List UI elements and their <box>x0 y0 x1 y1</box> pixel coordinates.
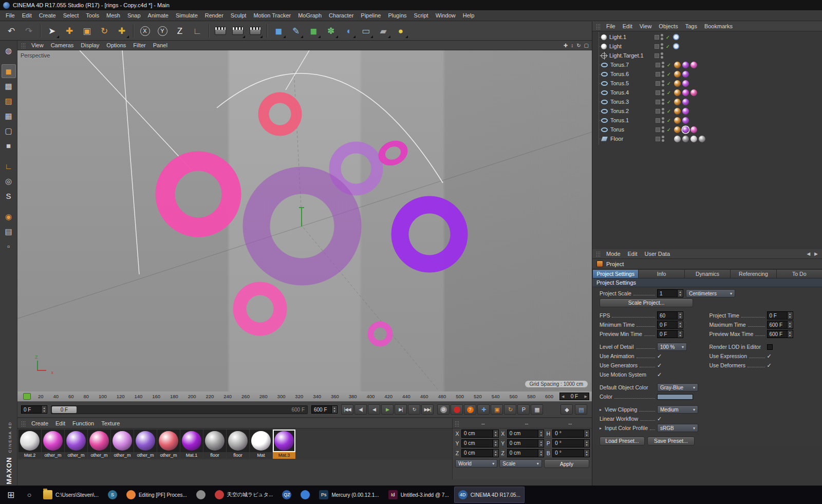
apply-button[interactable]: Apply <box>544 459 589 468</box>
editor-visibility-dot[interactable] <box>661 43 663 46</box>
viewport-history-button[interactable]: ◍ <box>2 44 16 58</box>
value-field[interactable]: 0 F▴▾ <box>657 321 683 329</box>
value-field[interactable]: 0 F▴▾ <box>657 330 683 338</box>
timeline-tick[interactable]: 180 <box>170 394 178 399</box>
play-mode-loop-button[interactable]: ↻ <box>408 404 420 415</box>
layer-chip[interactable] <box>656 137 660 141</box>
spinner-arrows[interactable]: ▴▾ <box>678 330 683 338</box>
play-button[interactable]: ▶ <box>381 404 394 415</box>
add-particles-button[interactable]: ✽ <box>323 23 339 39</box>
record-parameter-button[interactable]: P <box>517 404 530 415</box>
timeline-tick[interactable]: 560 <box>510 394 518 399</box>
next-frame-button[interactable]: ▶| <box>395 404 407 415</box>
material-tag-icon[interactable] <box>674 99 681 105</box>
spin-down-icon[interactable]: ▾ <box>789 315 791 319</box>
polygons-mode-button[interactable]: ■ <box>2 139 16 153</box>
coord-value-field[interactable]: 0 °▴▾ <box>552 430 590 438</box>
workplane-mode-button[interactable]: ▦ <box>2 109 16 123</box>
value-field[interactable]: 60▴▾ <box>657 311 683 320</box>
timeline-tick[interactable]: 380 <box>349 394 357 399</box>
enable-check[interactable]: ✓ <box>666 99 672 105</box>
lock-workplane-button[interactable]: ▫ <box>2 239 16 253</box>
move-tool-button[interactable]: ✚ <box>61 23 78 39</box>
spinner-arrows[interactable]: ▴▾ <box>538 439 544 447</box>
record-position-button[interactable]: ✚ <box>477 404 490 415</box>
timeline-tick[interactable]: 140 <box>134 394 142 399</box>
spinner-arrows[interactable]: ▴▾ <box>332 405 338 414</box>
object-row[interactable]: Torus.6✓ <box>592 69 822 79</box>
menu-material-function[interactable]: Function <box>69 420 98 427</box>
keyframe-selection-button[interactable]: ◆ <box>561 404 573 415</box>
menu-main-motion-tracker[interactable]: Motion Tracker <box>250 11 294 20</box>
material-item[interactable]: Mat.1 <box>180 430 203 459</box>
spinner-arrows[interactable]: ▴▾ <box>584 439 590 447</box>
checkbox[interactable]: ✓ <box>657 416 664 422</box>
frame-right-icon[interactable]: ▶ <box>585 395 587 399</box>
editor-visibility-dot[interactable] <box>662 108 664 110</box>
spinner-arrows[interactable]: ▴▾ <box>788 311 793 320</box>
menu-attributes-edit[interactable]: Edit <box>624 250 641 257</box>
timeline-tick[interactable]: 600 <box>545 394 553 399</box>
material-item[interactable]: Mat.2 <box>18 430 41 459</box>
color-swatch[interactable] <box>657 394 693 400</box>
menu-objects-edit[interactable]: Edit <box>619 23 636 30</box>
menu-main-character[interactable]: Character <box>325 11 357 20</box>
material-tag-icon[interactable] <box>690 126 697 133</box>
render-visibility-dot[interactable] <box>662 74 664 77</box>
material-tag-icon[interactable] <box>682 71 689 78</box>
torus-pink-large[interactable] <box>155 151 241 237</box>
task-file-explorer[interactable]: C:\Users\Steven\... <box>39 487 103 503</box>
menu-viewport-view[interactable]: View <box>28 42 47 49</box>
goto-end-button[interactable]: ▶▶| <box>421 404 434 415</box>
checkbox[interactable]: ✓ <box>657 353 664 360</box>
coords-column-header[interactable]: -- <box>505 421 549 426</box>
world-dropdown[interactable]: World▾ <box>455 459 497 468</box>
spin-down-icon[interactable]: ▾ <box>586 443 588 446</box>
editor-visibility-dot[interactable] <box>662 62 664 64</box>
torus-pink-bottom[interactable] <box>233 282 287 336</box>
menu-main-sculpt[interactable]: Sculpt <box>227 11 250 20</box>
enable-check[interactable]: ✓ <box>666 62 672 68</box>
spin-down-icon[interactable]: ▾ <box>679 334 681 337</box>
spinner-arrows[interactable]: ▴▾ <box>538 430 544 438</box>
material-item[interactable]: other_m <box>65 430 87 459</box>
task-media-player[interactable]: 天空の城ラピュタ... <box>211 487 277 503</box>
task-cinema4d[interactable]: 4DCINEMA 4D R17.05... <box>454 487 525 503</box>
last-used-tool-button[interactable]: ✚ <box>114 23 130 39</box>
material-tag-icon[interactable] <box>690 62 697 68</box>
scale-dropdown[interactable]: Scale▾ <box>499 459 541 468</box>
menu-objects-bookmarks[interactable]: Bookmarks <box>701 23 736 30</box>
object-axis-handle[interactable] <box>301 207 302 227</box>
visibility-dots[interactable] <box>661 52 663 59</box>
spinner-arrows[interactable]: ▴▾ <box>788 330 793 338</box>
spin-down-icon[interactable]: ▾ <box>586 434 588 437</box>
goto-previous-key-button[interactable]: ◀| <box>354 404 367 415</box>
tab-referencing[interactable]: Referencing <box>730 269 776 278</box>
menu-viewport-panel[interactable]: Panel <box>150 42 171 49</box>
spin-down-icon[interactable]: ▾ <box>333 409 335 413</box>
render-settings-button[interactable] <box>247 23 264 39</box>
timeline-tick[interactable]: 220 <box>206 394 214 399</box>
snap-settings-button[interactable]: S <box>2 189 16 203</box>
menu-main-plugins[interactable]: Plugins <box>384 11 410 20</box>
add-deformer-button[interactable]: ◖ <box>340 23 357 39</box>
timeline-window-button[interactable]: ▤ <box>575 404 587 415</box>
layer-chip[interactable] <box>655 35 659 40</box>
material-item[interactable]: other_m <box>157 430 180 459</box>
checkbox[interactable]: ✓ <box>657 362 664 369</box>
material-tag-icon[interactable] <box>682 126 689 133</box>
timeline-tick[interactable]: 280 <box>259 394 268 399</box>
object-row[interactable]: Torus.5✓ <box>592 79 822 88</box>
render-visibility-dot[interactable] <box>662 102 664 105</box>
coords-column-header[interactable]: -- <box>548 421 592 426</box>
menu-objects-view[interactable]: View <box>636 23 656 30</box>
coord-value-field[interactable]: 0 cm▴▾ <box>507 439 545 447</box>
layer-chip[interactable] <box>655 53 659 58</box>
torus-center-selected[interactable] <box>242 166 362 286</box>
render-visibility-dot[interactable] <box>661 38 663 40</box>
coord-value-field[interactable]: 0 cm▴▾ <box>461 449 499 457</box>
timeline-tick[interactable]: 500 <box>456 394 464 399</box>
paint-setup-wizard-button[interactable]: ◉ <box>2 210 16 223</box>
spin-down-icon[interactable]: ▾ <box>540 453 542 456</box>
menu-objects-file[interactable]: File <box>603 23 619 30</box>
